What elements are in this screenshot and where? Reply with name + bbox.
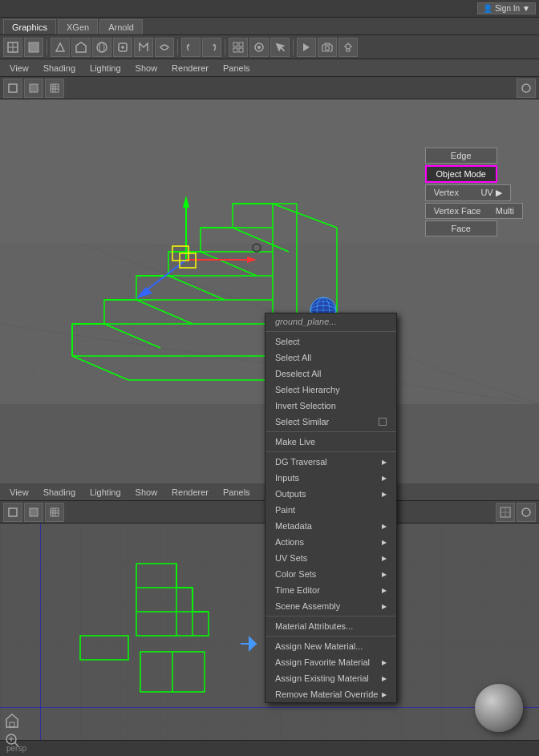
toolbar-btn-1[interactable] [3, 38, 22, 57]
menu-shading[interactable]: Shading [37, 62, 82, 75]
vertex-mode-button[interactable]: Vertex UV ▶ [425, 184, 511, 201]
toolbar-separator-3 [225, 39, 225, 55]
svg-rect-20 [9, 84, 17, 92]
menu-show[interactable]: Show [129, 62, 164, 75]
toolbar-btn-camera[interactable] [318, 38, 337, 57]
ctx-select[interactable]: Select [265, 334, 396, 350]
ctx-select-all[interactable]: Select All [265, 350, 396, 366]
toolbar-btn-grid[interactable] [229, 38, 248, 57]
menu-lighting[interactable]: Lighting [83, 62, 128, 75]
toolbar-btn-7[interactable] [134, 38, 153, 57]
ctx-color-sets[interactable]: Color Sets [265, 566, 396, 582]
edge-mode-button[interactable]: Edge [425, 148, 497, 164]
svg-marker-46 [183, 196, 189, 208]
menu-renderer[interactable]: Renderer [165, 62, 215, 75]
vp-btn-cam[interactable] [517, 79, 536, 98]
ctx-time-editor[interactable]: Time Editor [265, 582, 396, 598]
svg-line-43 [201, 252, 257, 276]
ctx-sep-0 [265, 331, 396, 332]
ctx-assign-existing-material[interactable]: Assign Existing Material [265, 670, 396, 686]
context-menu-header: ground_plane... [265, 313, 396, 329]
lower-menu-lighting[interactable]: Lighting [83, 486, 128, 499]
lower-tb-right-1[interactable] [496, 503, 515, 522]
ctx-dg-traversal[interactable]: DG Traversal [265, 454, 396, 470]
toolbar-btn-4[interactable] [71, 38, 91, 57]
ctx-inputs[interactable]: Inputs [265, 470, 396, 486]
lower-menu-shading[interactable]: Shading [37, 486, 82, 499]
toolbar-btn-snap[interactable] [249, 38, 269, 57]
svg-line-40 [104, 324, 160, 348]
lower-tb-3[interactable] [45, 503, 64, 522]
svg-point-12 [257, 46, 261, 49]
ctx-make-live[interactable]: Make Live [265, 434, 396, 450]
tab-arnold[interactable]: Arnold [99, 19, 143, 34]
ctx-deselect-all[interactable]: Deselect All [265, 366, 396, 382]
svg-marker-48 [247, 257, 257, 263]
toolbar-btn-undo[interactable] [181, 38, 201, 57]
ctx-assign-favorite-material[interactable]: Assign Favorite Material [265, 654, 396, 670]
svg-rect-7 [233, 42, 237, 46]
toolbar-btn-light[interactable] [338, 38, 358, 57]
svg-line-41 [136, 300, 192, 324]
lower-menu-show[interactable]: Show [129, 486, 164, 499]
toolbar-btn-5[interactable] [92, 38, 111, 57]
svg-marker-13 [303, 43, 310, 51]
svg-marker-50 [136, 287, 152, 298]
select-similar-checkbox[interactable] [379, 418, 387, 426]
top-sign-in-bar: 👤 Sign In ▼ [0, 0, 539, 18]
ctx-material-attributes[interactable]: Material Attributes... [265, 618, 396, 634]
toolbar-btn-3[interactable] [51, 38, 70, 57]
svg-point-22 [522, 84, 530, 92]
nav-home-icon[interactable] [4, 713, 20, 729]
lower-tb-2[interactable] [24, 503, 43, 522]
context-menu: ground_plane... Select Select All Desele… [265, 313, 397, 703]
main-toolbar [0, 35, 539, 59]
toolbar-btn-8[interactable] [155, 38, 174, 57]
ctx-actions[interactable]: Actions [265, 534, 396, 550]
user-icon: 👤 [483, 4, 492, 13]
toolbar-btn-render[interactable] [297, 38, 316, 57]
ctx-outputs[interactable]: Outputs [265, 486, 396, 502]
selection-mode-buttons: Edge Object Mode Vertex UV ▶ Vertex Face… [425, 148, 523, 238]
ctx-assign-new-material[interactable]: Assign New Material... [265, 638, 396, 654]
svg-point-5 [99, 42, 104, 52]
nav-zoom-icon[interactable] [4, 732, 20, 748]
tab-graphics[interactable]: Graphics [3, 19, 56, 34]
ctx-select-hierarchy[interactable]: Select Hierarchy [265, 382, 396, 398]
lower-menu-panels[interactable]: Panels [217, 486, 257, 499]
face-mode-button[interactable]: Face [425, 220, 497, 237]
ctx-sep-3 [265, 616, 396, 617]
menu-panels[interactable]: Panels [217, 62, 257, 75]
menu-bar-upper: View Shading Lighting Show Renderer Pane… [0, 59, 539, 77]
ctx-select-similar[interactable]: Select Similar [265, 414, 396, 430]
ctx-metadata[interactable]: Metadata [265, 518, 396, 534]
vp-btn-1[interactable] [3, 79, 22, 98]
toolbar-btn-2[interactable] [24, 38, 43, 57]
ctx-uv-sets[interactable]: UV Sets [265, 550, 396, 566]
lower-tb-right-2[interactable] [517, 503, 536, 522]
ctx-paint[interactable]: Paint [265, 502, 396, 518]
svg-point-66 [522, 508, 530, 516]
ctx-invert-selection[interactable]: Invert Selection [265, 398, 396, 414]
svg-line-32 [72, 356, 128, 380]
svg-rect-8 [239, 42, 243, 46]
tab-xgen[interactable]: XGen [58, 19, 98, 34]
menu-view[interactable]: View [3, 62, 35, 75]
svg-line-34 [273, 204, 337, 228]
sign-in-button[interactable]: 👤 Sign In ▼ [477, 2, 536, 14]
lower-menu-renderer[interactable]: Renderer [165, 486, 215, 499]
vertex-face-mode-button[interactable]: Vertex Face Multi [425, 203, 523, 219]
vp-btn-3[interactable] [45, 79, 64, 98]
object-mode-button[interactable]: Object Mode [425, 165, 497, 183]
ctx-scene-assembly[interactable]: Scene Assembly [265, 598, 396, 614]
toolbar-btn-redo[interactable] [202, 38, 221, 57]
svg-rect-73 [80, 636, 128, 660]
svg-rect-62 [30, 508, 38, 516]
toolbar-btn-6[interactable] [113, 38, 132, 57]
ctx-sep-2 [265, 451, 396, 452]
toolbar-btn-select[interactable] [270, 38, 290, 57]
ctx-remove-material-override[interactable]: Remove Material Override [265, 686, 396, 702]
svg-point-4 [97, 42, 107, 52]
svg-line-78 [14, 742, 18, 746]
vp-btn-2[interactable] [24, 79, 43, 98]
